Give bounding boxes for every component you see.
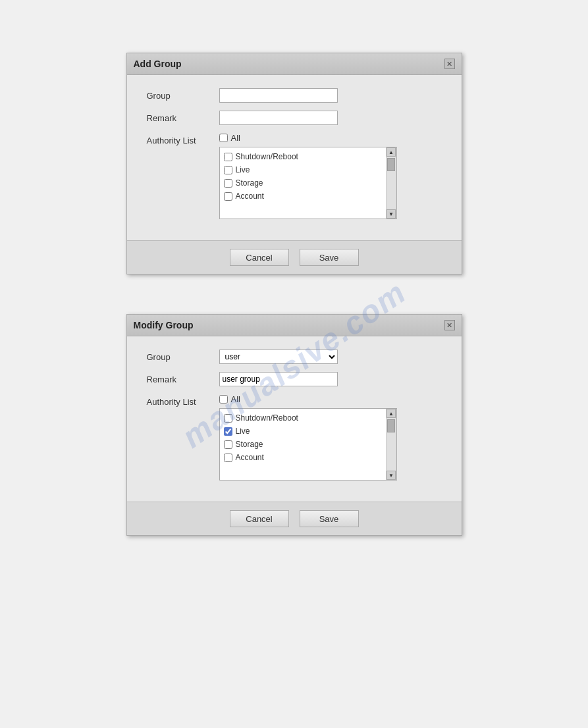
- add-group-authority-label: Authority List: [147, 133, 219, 145]
- add-group-item-shutdown: Shutdown/Reboot: [220, 150, 386, 163]
- modify-group-scrollbar-up[interactable]: ▲: [387, 409, 396, 418]
- add-group-close-button[interactable]: ✕: [444, 59, 455, 69]
- modify-group-label-shutdown: Shutdown/Reboot: [236, 413, 298, 423]
- modify-group-dialog-header: Modify Group ✕: [127, 315, 462, 336]
- modify-group-group-label: Group: [147, 350, 219, 362]
- add-group-authority-row: Authority List All Shutdown/Reboot Li: [147, 133, 442, 219]
- modify-group-group-select[interactable]: user: [219, 350, 338, 364]
- add-group-authority-container: All Shutdown/Reboot Live: [219, 133, 397, 219]
- modify-group-item-live: Live: [220, 425, 386, 438]
- add-group-label-account: Account: [236, 192, 264, 201]
- modify-group-scrollbar-down[interactable]: ▼: [387, 471, 396, 480]
- add-group-remark-input[interactable]: [219, 111, 338, 125]
- modify-group-footer: Cancel Save: [127, 502, 462, 535]
- modify-group-item-storage: Storage: [220, 438, 386, 451]
- add-group-group-label: Group: [147, 88, 219, 101]
- add-group-scrollbar-up[interactable]: ▲: [387, 147, 396, 157]
- modify-group-all-checkbox[interactable]: [219, 395, 228, 403]
- modify-group-all-label: All: [231, 394, 240, 404]
- modify-group-authority-list-inner: Shutdown/Reboot Live Storage Accoun: [220, 411, 386, 464]
- add-group-all-row: All: [219, 133, 397, 143]
- modify-group-body: Group user Remark Authority List All: [127, 336, 462, 502]
- add-group-label-shutdown: Shutdown/Reboot: [236, 152, 298, 161]
- modify-group-save-button[interactable]: Save: [300, 510, 359, 527]
- add-group-label-storage: Storage: [236, 178, 263, 188]
- modify-group-group-row: Group user: [147, 350, 442, 364]
- add-group-dialog: Add Group ✕ Group Remark Authority List …: [126, 53, 462, 274]
- add-group-cancel-button[interactable]: Cancel: [230, 249, 289, 266]
- modify-group-checkbox-shutdown[interactable]: [224, 414, 232, 423]
- add-group-remark-row: Remark: [147, 111, 442, 125]
- add-group-title: Add Group: [134, 59, 182, 69]
- modify-group-remark-label: Remark: [147, 372, 219, 384]
- modify-group-authority-label: Authority List: [147, 394, 219, 407]
- modify-group-label-live: Live: [236, 427, 250, 436]
- add-group-authority-list-box: Shutdown/Reboot Live Storage Accoun: [219, 147, 397, 219]
- modify-group-dialog: Modify Group ✕ Group user Remark Authori…: [126, 314, 462, 536]
- modify-group-item-shutdown: Shutdown/Reboot: [220, 411, 386, 425]
- add-group-group-row: Group: [147, 88, 442, 103]
- add-group-checkbox-account[interactable]: [224, 192, 232, 201]
- modify-group-label-account: Account: [236, 453, 264, 462]
- modify-group-remark-row: Remark: [147, 372, 442, 386]
- modify-group-checkbox-live[interactable]: [224, 427, 232, 436]
- modify-group-scrollbar: ▲ ▼: [386, 409, 396, 480]
- add-group-dialog-header: Add Group ✕: [127, 53, 462, 75]
- modify-group-label-storage: Storage: [236, 440, 263, 449]
- modify-group-scrollbar-thumb[interactable]: [387, 419, 395, 432]
- add-group-checkbox-storage[interactable]: [224, 179, 232, 188]
- modify-group-authority-list-box: Shutdown/Reboot Live Storage Accoun: [219, 408, 397, 481]
- modify-group-authority-container: All Shutdown/Reboot Live: [219, 394, 397, 481]
- add-group-body: Group Remark Authority List All Shut: [127, 75, 462, 240]
- add-group-checkbox-shutdown[interactable]: [224, 153, 232, 161]
- add-group-item-live: Live: [220, 163, 386, 176]
- modify-group-authority-row: Authority List All Shutdown/Reboot Li: [147, 394, 442, 481]
- modify-group-remark-input[interactable]: [219, 372, 338, 386]
- add-group-scrollbar-thumb[interactable]: [387, 158, 395, 171]
- add-group-authority-list-inner: Shutdown/Reboot Live Storage Accoun: [220, 150, 386, 203]
- add-group-all-label: All: [231, 133, 240, 143]
- add-group-item-account: Account: [220, 190, 386, 203]
- modify-group-checkbox-account[interactable]: [224, 454, 232, 462]
- add-group-footer: Cancel Save: [127, 240, 462, 274]
- modify-group-cancel-button[interactable]: Cancel: [230, 510, 289, 527]
- add-group-item-storage: Storage: [220, 176, 386, 190]
- modify-group-checkbox-storage[interactable]: [224, 440, 232, 449]
- modify-group-close-button[interactable]: ✕: [444, 320, 455, 330]
- modify-group-title: Modify Group: [134, 320, 194, 330]
- modify-group-item-account: Account: [220, 451, 386, 464]
- add-group-checkbox-live[interactable]: [224, 166, 232, 174]
- add-group-remark-label: Remark: [147, 111, 219, 123]
- add-group-label-live: Live: [236, 165, 250, 174]
- modify-group-all-row: All: [219, 394, 397, 404]
- add-group-scrollbar-down[interactable]: ▼: [387, 209, 396, 219]
- add-group-all-checkbox[interactable]: [219, 134, 228, 142]
- add-group-group-input[interactable]: [219, 88, 338, 103]
- add-group-scrollbar: ▲ ▼: [386, 147, 396, 219]
- add-group-save-button[interactable]: Save: [300, 249, 359, 266]
